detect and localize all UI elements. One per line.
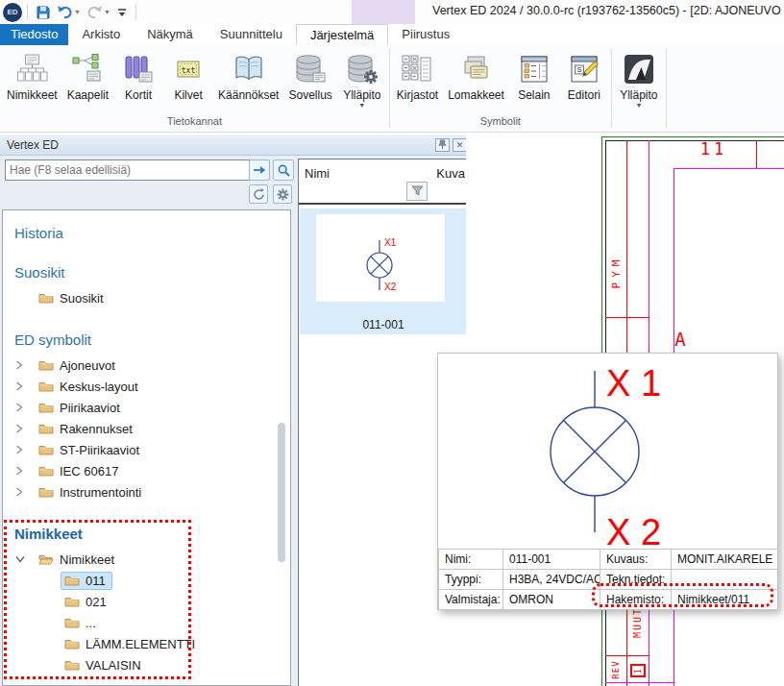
chevron-right-icon[interactable] — [15, 445, 35, 454]
ribbon-button-kaapelit[interactable]: Kaapelit — [62, 49, 113, 105]
undo-button[interactable]: ▼ — [54, 2, 84, 23]
folder-icon — [38, 380, 54, 392]
symbol-name: 011-001 — [300, 318, 467, 331]
tree-item-row: Keskus-layout — [35, 378, 145, 396]
save-button[interactable] — [33, 2, 54, 23]
chevron-right-icon[interactable] — [15, 466, 35, 476]
column-header-nimi[interactable]: Nimi — [305, 166, 330, 181]
customize-icon — [116, 7, 128, 18]
tab-suunnittelu[interactable]: Suunnittelu — [207, 24, 296, 45]
ribbon-button-label: Nimikkeet — [7, 88, 58, 102]
filter-button[interactable] — [406, 182, 428, 201]
tree-item-instrumentointi[interactable]: Instrumentointi — [3, 481, 290, 502]
redo-button[interactable]: ▼ — [84, 2, 113, 23]
tree-scrollbar-thumb[interactable] — [278, 423, 285, 562]
annotation-highlight-hakemisto — [592, 583, 773, 607]
detail-label: Kuvaus: — [600, 550, 672, 570]
tree-item-row: IEC 60617 — [35, 462, 125, 480]
tab-tiedosto[interactable]: Tiedosto — [0, 24, 68, 45]
tree-section-ed-symbolit[interactable]: ED symbolit — [14, 331, 290, 348]
panel-header: Vertex ED ✕ — [0, 135, 471, 156]
tree-item-label: IEC 60617 — [60, 464, 118, 478]
tree-item-label: Piirikaaviot — [60, 401, 120, 415]
ribbon-button-label: Selain — [518, 88, 550, 102]
terminal-label-x2: X2 — [384, 282, 397, 292]
search-go-button[interactable] — [249, 159, 270, 181]
tree-item-label: Keskus-layout — [60, 380, 138, 394]
tab-n-kym[interactable]: Näkymä — [134, 24, 207, 45]
tree-section-suosikit[interactable]: Suosikit — [14, 264, 290, 281]
ribbon-button-label: Sovellus — [288, 88, 331, 102]
dropdown-caret-icon: ▼ — [358, 102, 365, 109]
pin-icon[interactable] — [435, 138, 450, 152]
titleblock-divider — [605, 655, 649, 656]
tree-item-piirikaaviot[interactable]: Piirikaaviot — [3, 397, 290, 418]
customize-quick-access-button[interactable] — [113, 2, 131, 23]
tree-item-ajoneuvot[interactable]: Ajoneuvot — [3, 355, 290, 376]
ribbon-button-label: Editori — [568, 88, 600, 102]
tree-item-label: Suosikit — [60, 291, 104, 306]
tab-piirustus[interactable]: Piirustus — [388, 24, 463, 45]
chevron-right-icon[interactable] — [15, 487, 35, 497]
ribbon-separator — [389, 49, 390, 128]
search-button[interactable] — [273, 159, 294, 181]
tree-item-suosikit[interactable]: Suosikit — [3, 287, 290, 308]
terminal-label-x1: X1 — [384, 237, 397, 248]
titleblock-label-pym: PYM — [610, 256, 623, 289]
tree-item-iec-60617[interactable]: IEC 60617 — [3, 460, 290, 481]
ribbon-button-yll-pito[interactable]: Ylläpito▼ — [614, 49, 664, 111]
chevron-right-icon[interactable] — [15, 360, 35, 370]
refresh-button[interactable] — [249, 184, 268, 204]
tree-section-historia[interactable]: Historia — [14, 225, 290, 241]
chevron-right-icon[interactable] — [15, 403, 35, 412]
close-icon[interactable]: ✕ — [453, 138, 467, 152]
popup-terminal-x1: X 1 — [606, 363, 661, 404]
frame-line-magenta — [674, 168, 784, 169]
window-title: Vertex ED 2024 / 30.0.0-rc (r193762-1356… — [432, 4, 784, 17]
ribbon-button-lomakkeet[interactable]: Lomakkeet — [443, 49, 509, 105]
ribbon-button-sovellus[interactable]: Sovellus — [283, 49, 336, 105]
contextual-tab-highlight — [352, 0, 415, 24]
ribbon-button-k-nn-kset[interactable]: Käännökset — [213, 49, 283, 105]
chevron-right-icon[interactable] — [15, 381, 35, 391]
ribbon-button-kirjastot[interactable]: Kirjastot — [392, 49, 443, 105]
search-input[interactable] — [5, 159, 251, 181]
ribbon-group-label: Symbolit — [392, 115, 609, 132]
tree-item-st-piirikaaviot[interactable]: ST-Piirikaaviot — [3, 439, 290, 460]
folder-icon — [38, 359, 54, 371]
symbol-list-item-selected[interactable]: X1 X2 011-001 — [300, 208, 467, 334]
settings-button[interactable] — [273, 184, 292, 204]
ribbon-button-nimikkeet[interactable]: Nimikkeet — [2, 49, 62, 105]
app-logo-icon[interactable]: ED — [3, 3, 22, 22]
redo-dropdown-caret: ▼ — [104, 9, 110, 15]
symbol-thumbnail: X1 X2 — [316, 214, 445, 302]
folder-icon — [38, 292, 54, 304]
tree-item-label: Rakennukset — [60, 422, 133, 436]
cable-icon — [72, 52, 103, 86]
tree-item-rakennukset[interactable]: Rakennukset — [3, 418, 290, 439]
tree-item-row: Suosikit — [35, 289, 110, 307]
ribbon-button-editori[interactable]: SEditori — [559, 49, 609, 105]
ribbon-button-label: Lomakkeet — [448, 88, 504, 102]
tree-browser-icon — [519, 52, 550, 86]
search-icon — [278, 164, 290, 177]
tree-item-keskus-layout[interactable]: Keskus-layout — [3, 376, 290, 397]
ribbon-button-kilvet[interactable]: txtKilvet — [163, 49, 213, 105]
annotation-highlight-nimikkeet — [4, 520, 191, 679]
filter-funnel-icon — [411, 185, 424, 197]
redo-icon — [86, 5, 103, 19]
ribbon-button-yll-pito[interactable]: Ylläpito▼ — [337, 49, 387, 111]
column-header-kuva[interactable]: Kuva — [436, 166, 465, 181]
tree-item-row: Rakennukset — [35, 420, 139, 438]
tab-j-rjestelm[interactable]: Järjestelmä — [296, 24, 388, 45]
ribbon-button-kortit[interactable]: Kortit — [113, 49, 163, 105]
save-icon — [36, 5, 51, 20]
detail-value: H3BA, 24VDC/AC — [503, 570, 600, 590]
ribbon-button-selain[interactable]: Selain — [509, 49, 559, 105]
forms-icon — [460, 52, 493, 86]
cards-icon — [123, 52, 154, 86]
ribbon-group-buttons: Ylläpito▼ — [614, 45, 664, 115]
tab-arkisto[interactable]: Arkisto — [68, 24, 134, 45]
hierarchy-icon — [16, 52, 48, 86]
chevron-right-icon[interactable] — [15, 424, 35, 433]
